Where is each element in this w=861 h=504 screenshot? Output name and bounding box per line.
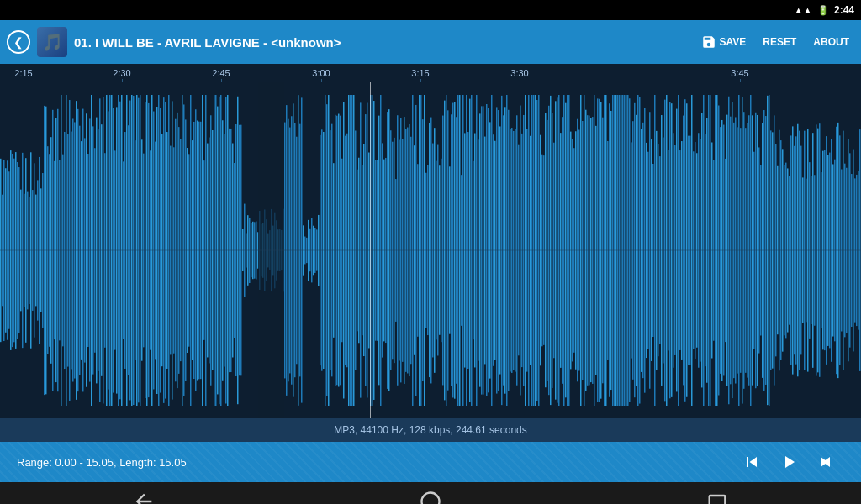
- recent-apps-icon: [705, 490, 729, 504]
- playhead: [370, 82, 371, 418]
- battery-icon: 🔋: [817, 5, 829, 16]
- save-button[interactable]: SAVE: [696, 31, 752, 53]
- about-button[interactable]: ABOUT: [808, 33, 854, 51]
- play-button[interactable]: [774, 447, 804, 477]
- album-art: 🎵: [37, 27, 67, 57]
- fast-forward-icon: [816, 452, 836, 472]
- svg-rect-1: [710, 496, 726, 504]
- reset-button[interactable]: RESET: [758, 33, 801, 51]
- info-bar: MP3, 44100 Hz, 128 kbps, 244.61 seconds: [0, 418, 861, 442]
- svg-point-0: [421, 493, 439, 505]
- save-icon: [701, 34, 716, 50]
- back-button[interactable]: ❮: [7, 30, 30, 54]
- status-bar: ▲▲ 🔋 2:44: [0, 0, 861, 20]
- chevron-left-icon: ❮: [13, 35, 24, 49]
- fast-forward-button[interactable]: [811, 447, 841, 477]
- system-back-button[interactable]: [119, 485, 169, 504]
- wifi-icon: ▲▲: [794, 5, 812, 15]
- timeline-canvas: [0, 64, 861, 82]
- about-label: ABOUT: [813, 36, 849, 48]
- system-recent-button[interactable]: [692, 485, 742, 504]
- rewind-icon: [742, 452, 762, 472]
- file-info-text: MP3, 44100 Hz, 128 kbps, 244.61 seconds: [334, 424, 526, 436]
- back-arrow-icon: [132, 490, 156, 504]
- reset-label: RESET: [763, 36, 796, 48]
- play-icon: [779, 452, 799, 472]
- waveform-canvas: [0, 82, 861, 418]
- top-bar: ❮ 🎵 01. I WILL BE - AVRIL LAVIGNE - <unk…: [0, 20, 861, 64]
- status-time: 2:44: [834, 4, 854, 16]
- controls-bar: Range: 0.00 - 15.05, Length: 15.05: [0, 442, 861, 482]
- system-home-button[interactable]: [405, 485, 456, 504]
- range-label: Range: 0.00 - 15.05, Length: 15.05: [17, 456, 733, 469]
- rewind-button[interactable]: [737, 447, 767, 477]
- save-label: SAVE: [720, 36, 747, 48]
- timeline-ruler: [0, 64, 861, 82]
- nav-bar: [0, 482, 861, 504]
- home-circle-icon: [419, 490, 442, 504]
- song-title: 01. I WILL BE - AVRIL LAVIGNE - <unknown…: [74, 35, 689, 50]
- waveform-area[interactable]: [0, 82, 861, 418]
